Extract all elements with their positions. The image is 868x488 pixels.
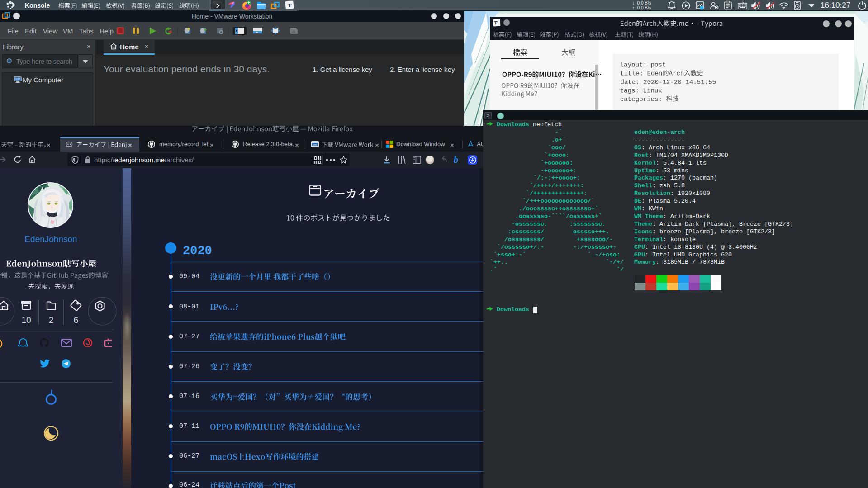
svg-text:vm: vm [313, 143, 317, 146]
svg-text:10: 10 [21, 315, 31, 325]
svg-text:6: 6 [74, 315, 79, 325]
svg-text:2: 2 [49, 315, 54, 325]
